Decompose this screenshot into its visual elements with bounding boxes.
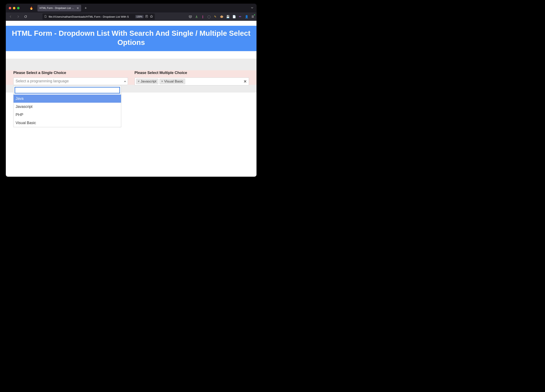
toolbar-right-icons: ❙ ◯ ✎ 🐵 💾 📄 ✏ 👤 [188, 15, 255, 19]
extension-icon-6[interactable]: 📄 [232, 15, 236, 19]
chip-remove-icon[interactable]: ✕ [137, 80, 140, 83]
account-icon[interactable]: 👤 [244, 15, 248, 19]
reload-button[interactable] [22, 13, 29, 20]
back-button[interactable] [7, 13, 14, 20]
chip-remove-icon[interactable]: ✕ [161, 80, 163, 83]
multi-select-label: Please Select Multiple Choice [135, 71, 249, 75]
tab-title: HTML Form - Dropdown List With S [39, 7, 75, 10]
dropdown-option[interactable]: Javascript [13, 103, 121, 111]
page-title: HTML Form - Dropdown List With Search An… [10, 29, 252, 47]
browser-window: 🔥 HTML Form - Dropdown List With S ✕ + f… [6, 4, 256, 177]
minimize-window-button[interactable] [13, 7, 15, 9]
chip-label: Visual Basic [164, 79, 183, 84]
url-text: file:///Users/nathan/Downloads/HTML Form… [49, 15, 134, 18]
dropdown-option[interactable]: Visual Basic [13, 119, 121, 127]
chip-label: Javascript [141, 79, 157, 84]
new-tab-button[interactable]: + [83, 5, 89, 11]
fullscreen-window-button[interactable] [17, 7, 19, 9]
multi-clear-all-icon[interactable]: ✕ [244, 79, 247, 84]
single-select-box[interactable]: Select a programming language [13, 78, 128, 85]
dropdown-search-input[interactable] [15, 87, 120, 93]
window-controls [9, 7, 19, 9]
firefox-icon: 🔥 [30, 6, 33, 10]
extension-icon-4[interactable]: 🐵 [219, 15, 224, 19]
single-select-placeholder: Select a programming language [16, 79, 69, 83]
extension-icon-7[interactable]: ✏ [238, 15, 242, 19]
page-banner: HTML Form - Dropdown List With Search An… [6, 26, 256, 51]
extension-icon-1[interactable]: ❙ [201, 15, 205, 19]
close-window-button[interactable] [9, 7, 11, 9]
pocket-icon[interactable] [188, 15, 192, 19]
extension-icon-2[interactable]: ◯ [207, 15, 211, 19]
app-menu-button[interactable] [251, 15, 255, 19]
reader-mode-icon[interactable] [145, 15, 148, 18]
downloads-icon[interactable] [194, 15, 199, 19]
bookmark-star-icon[interactable] [150, 15, 153, 19]
multi-chip[interactable]: ✕ Visual Basic [160, 79, 185, 84]
zoom-badge[interactable]: 120% [135, 15, 143, 18]
single-select-label: Please Select a Single Choice [13, 71, 128, 75]
dropdown-option[interactable]: PHP [13, 111, 121, 119]
close-tab-icon[interactable]: ✕ [77, 6, 79, 10]
list-tabs-button[interactable] [251, 6, 254, 10]
extension-icon-3[interactable]: ✎ [213, 15, 217, 19]
forward-button[interactable] [15, 13, 21, 20]
multi-select-column: Please Select Multiple Choice ✕ Javascri… [135, 71, 249, 85]
browser-tab[interactable]: HTML Form - Dropdown List With S ✕ [37, 5, 81, 12]
multi-select-box[interactable]: ✕ Javascript ✕ Visual Basic ✕ [135, 78, 249, 85]
svg-rect-0 [146, 15, 148, 18]
dropdown-arrow-icon [124, 81, 126, 82]
nav-toolbar: file:///Users/nathan/Downloads/HTML Form… [6, 12, 256, 21]
file-icon [44, 15, 47, 18]
url-bar[interactable]: file:///Users/nathan/Downloads/HTML Form… [43, 13, 155, 20]
single-select-column: Please Select a Single Choice Select a p… [13, 71, 128, 85]
dropdown-option[interactable]: Java [13, 95, 121, 103]
tab-strip: 🔥 HTML Form - Dropdown List With S ✕ + [6, 4, 256, 12]
dropdown-search-wrap [13, 86, 121, 95]
single-select-dropdown: Java Javascript PHP Visual Basic [13, 86, 121, 127]
multi-chip[interactable]: ✕ Javascript [136, 79, 159, 84]
page-content: HTML Form - Dropdown List With Search An… [6, 21, 256, 177]
form-section: Please Select a Single Choice Select a p… [6, 59, 256, 92]
extension-icon-5[interactable]: 💾 [226, 15, 230, 19]
